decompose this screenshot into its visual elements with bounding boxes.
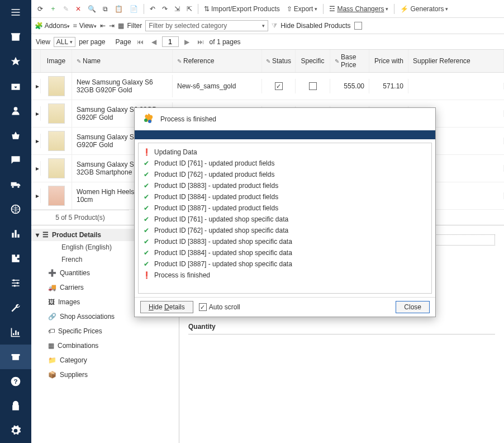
redo-icon[interactable]: ↷ xyxy=(159,3,170,15)
undo-icon[interactable]: ↶ xyxy=(147,3,158,15)
apply-icon[interactable]: ⇲ xyxy=(172,3,183,15)
page-input[interactable] xyxy=(162,36,179,47)
basket-icon[interactable] xyxy=(0,123,31,148)
collapse-icon[interactable]: ⇤ xyxy=(100,22,106,30)
wrench-icon[interactable] xyxy=(0,295,31,320)
expand-icon[interactable]: ▸ xyxy=(31,106,41,121)
tree-item-category[interactable]: 📁Category xyxy=(31,353,179,367)
sliders-icon[interactable] xyxy=(0,271,31,295)
product-name: New Samsung Galaxy S6 32GB G920F Gold xyxy=(72,75,173,97)
col-name[interactable]: ✎Name xyxy=(72,50,173,72)
expand-icon[interactable]: ⇥ xyxy=(109,22,115,30)
tree-item-suppliers[interactable]: 📦Suppliers xyxy=(31,367,179,382)
delete-icon[interactable]: ✕ xyxy=(73,3,84,15)
export-button[interactable]: ⇧ Export▾ xyxy=(284,3,321,15)
refresh-icon[interactable]: ⟳ xyxy=(35,3,46,15)
col-reference[interactable]: ✎Reference xyxy=(173,50,262,72)
tree-item-combinations[interactable]: ▦Combinations xyxy=(31,338,179,353)
next-page-button[interactable]: ▶ xyxy=(182,37,192,47)
prev-page-button[interactable]: ◀ xyxy=(149,37,159,47)
log-text: Product ID [761] - updated shop specific… xyxy=(154,215,288,223)
funnel-icon[interactable]: ⧩ xyxy=(272,22,277,30)
generators-button[interactable]: ⚡ Generators▾ xyxy=(397,3,451,15)
product-thumb xyxy=(41,100,72,127)
hide-details-button[interactable]: Hide Details xyxy=(140,301,193,313)
per-page-select[interactable]: ALL▾ xyxy=(54,37,75,47)
help-icon[interactable]: ? xyxy=(0,369,31,394)
tree-item-label: Combinations xyxy=(58,342,98,350)
supplier-ref xyxy=(408,83,504,89)
tree-item-label: Shop Associations xyxy=(60,313,115,321)
per-page-label: per page xyxy=(79,38,105,46)
import-export-label: Import/Export Products xyxy=(211,5,280,13)
person-icon[interactable] xyxy=(0,98,31,123)
grid-icon[interactable]: ▦ xyxy=(118,22,124,30)
app-logo-icon xyxy=(141,112,155,126)
add-icon[interactable]: ＋ xyxy=(47,2,59,15)
expand-icon[interactable]: ▸ xyxy=(31,79,41,93)
price-with: 571.10 xyxy=(369,79,408,93)
product-thumb xyxy=(41,128,72,154)
copy-icon[interactable]: ⧉ xyxy=(100,3,111,15)
lock-icon[interactable] xyxy=(0,394,31,418)
svg-point-0 xyxy=(12,186,13,188)
last-page-button[interactable]: ⏭ xyxy=(195,37,206,47)
specific-checkbox[interactable] xyxy=(296,79,330,93)
close-button[interactable]: Close xyxy=(396,301,430,313)
check-icon: ✔ xyxy=(142,170,151,179)
progress-bar xyxy=(135,130,435,139)
mass-changers-label: Mass Changers xyxy=(337,5,384,13)
hide-disabled-checkbox[interactable] xyxy=(354,22,362,30)
tree-item-specific-prices[interactable]: 🏷Specific Prices xyxy=(31,324,179,338)
tree-item-icon: 📦 xyxy=(48,371,56,379)
tree-item-label: Suppliers xyxy=(60,371,88,379)
clipboard-icon[interactable]: 📄 xyxy=(127,3,141,15)
log-line: ✔Product ID [762] - updated product fiel… xyxy=(142,169,428,180)
puzzle-icon[interactable] xyxy=(0,246,31,271)
auto-scroll-checkbox[interactable]: ✓ xyxy=(199,303,207,311)
col-price-with[interactable]: Price with xyxy=(369,50,408,72)
chart-icon[interactable] xyxy=(0,222,31,246)
archive-icon[interactable] xyxy=(0,345,31,369)
page-label: Page xyxy=(116,38,131,46)
product-thumb xyxy=(41,182,72,209)
inbox-icon[interactable] xyxy=(0,74,31,98)
col-status[interactable]: ✎Status xyxy=(262,50,296,72)
view-button[interactable]: ⌗ View▾ xyxy=(73,22,96,30)
mass-changers-button[interactable]: ☲ Mass Changers▾ xyxy=(326,3,391,15)
chat-icon[interactable] xyxy=(0,148,31,172)
col-base-price[interactable]: ✎Base Price xyxy=(330,50,369,72)
check-icon: ✔ xyxy=(142,215,151,224)
expand-icon[interactable]: ▸ xyxy=(31,161,41,176)
col-image[interactable]: Image xyxy=(41,50,72,72)
log-line: ✔Product ID [3883] - updated shop specif… xyxy=(142,236,428,247)
expand-icon[interactable]: ▸ xyxy=(31,188,41,203)
svg-point-4 xyxy=(17,282,18,284)
shop-icon[interactable] xyxy=(0,25,31,49)
star-icon[interactable] xyxy=(0,49,31,74)
quantity-section: Quantity xyxy=(188,319,495,334)
expand-icon[interactable]: ▸ xyxy=(31,134,41,148)
globe-icon[interactable] xyxy=(0,197,31,222)
stats-icon[interactable] xyxy=(0,320,31,345)
tree-item-label: Quantities xyxy=(60,269,90,277)
menu-icon[interactable] xyxy=(0,0,31,25)
truck-icon[interactable] xyxy=(0,172,31,197)
addons-button[interactable]: 🧩 Addons▾ xyxy=(35,22,70,30)
search-icon[interactable]: 🔍 xyxy=(85,3,99,15)
edit-icon[interactable]: ✎ xyxy=(60,3,72,15)
col-supplier-ref[interactable]: Supplier Reference xyxy=(408,50,504,72)
filter-input[interactable]: Filter by selected category▾ xyxy=(145,20,268,31)
log-line: ✔Product ID [3884] - updated product fie… xyxy=(142,191,428,202)
table-row[interactable]: ▸ New Samsung Galaxy S6 32GB G920F Gold … xyxy=(31,73,504,100)
discard-icon[interactable]: ⇱ xyxy=(184,3,195,15)
gear-icon[interactable] xyxy=(0,418,31,443)
product-thumb xyxy=(41,155,72,182)
log-line: ✔Product ID [761] - updated shop specifi… xyxy=(142,214,428,225)
col-specific[interactable]: Specific xyxy=(296,50,330,72)
info-icon: ❗ xyxy=(142,271,151,280)
paste-icon[interactable]: 📋 xyxy=(112,3,126,15)
first-page-button[interactable]: ⏮ xyxy=(135,37,146,47)
status-checkbox[interactable]: ✓ xyxy=(262,79,296,93)
import-export-button[interactable]: ⇅ Import/Export Products xyxy=(201,3,283,15)
